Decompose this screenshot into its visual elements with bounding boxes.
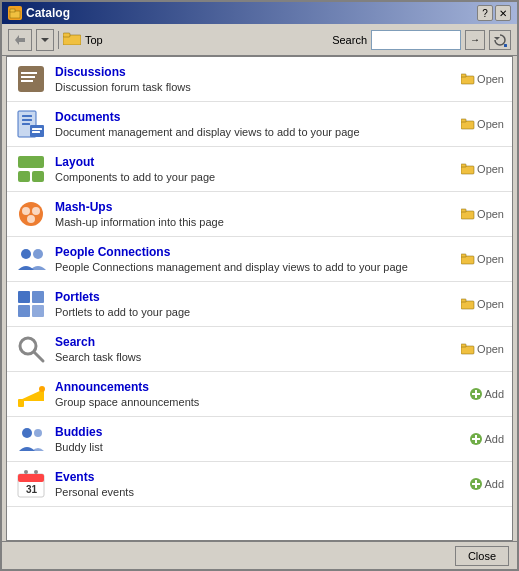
item-content-layout: Layout Components to add to your page [55,155,453,183]
toolbar-separator [58,31,59,49]
item-title-portlets[interactable]: Portlets [55,290,453,304]
item-action-announcements[interactable]: Add [470,388,504,400]
svg-rect-14 [461,74,466,77]
catalog-window: Catalog ? ✕ Top Search → [0,0,519,571]
svg-point-36 [33,249,43,259]
help-button[interactable]: ? [477,5,493,21]
item-action-documents[interactable]: Open [461,118,504,130]
item-title-layout[interactable]: Layout [55,155,453,169]
list-item: Buddies Buddy list Add [7,417,512,462]
item-action-portlets[interactable]: Open [461,298,504,310]
open-folder-icon [461,208,475,220]
item-title-people-connections[interactable]: People Connections [55,245,453,259]
svg-rect-18 [22,123,30,125]
open-folder-icon [461,298,475,310]
svg-rect-67 [472,483,480,485]
svg-rect-50 [18,399,24,407]
item-icon-portlets [15,288,47,320]
footer: Close [2,541,517,569]
list-item: Mash-Ups Mash-up information into this p… [7,192,512,237]
open-folder-icon [461,73,475,85]
item-icon-events: 31 [15,468,47,500]
window-icon [8,6,22,20]
list-item: Announcements Group space announcements … [7,372,512,417]
item-desc-documents: Document management and display views to… [55,126,453,138]
svg-rect-54 [472,393,480,395]
item-action-people-connections[interactable]: Open [461,253,504,265]
svg-marker-6 [494,37,500,40]
search-input[interactable] [371,30,461,50]
open-folder-icon [461,343,475,355]
item-content-documents: Documents Document management and displa… [55,110,453,138]
item-action-layout[interactable]: Open [461,163,504,175]
item-title-mashups[interactable]: Mash-Ups [55,200,453,214]
item-action-label-discussions: Open [477,73,504,85]
svg-rect-25 [18,171,30,182]
list-item: 31 Events Personal events Add [7,462,512,507]
svg-rect-24 [18,156,44,168]
item-content-portlets: Portlets Portlets to add to your page [55,290,453,318]
refresh-button[interactable] [489,30,511,50]
item-content-discussions: Discussions Discussion forum task flows [55,65,453,93]
item-action-buddies[interactable]: Add [470,433,504,445]
item-action-search[interactable]: Open [461,343,504,355]
item-icon-people-connections [15,243,47,275]
item-icon-layout [15,153,47,185]
svg-rect-23 [461,119,466,122]
close-button[interactable]: Close [455,546,509,566]
svg-text:31: 31 [26,484,38,495]
svg-rect-11 [21,80,33,82]
add-icon [470,388,482,400]
item-action-label-mashups: Open [477,208,504,220]
item-desc-announcements: Group space announcements [55,396,462,408]
item-desc-events: Personal events [55,486,462,498]
svg-rect-7 [504,44,507,47]
svg-rect-10 [21,76,35,78]
svg-rect-48 [461,344,466,347]
item-title-search[interactable]: Search [55,335,453,349]
chevron-down-icon [41,36,49,44]
item-title-announcements[interactable]: Announcements [55,380,462,394]
svg-rect-61 [18,474,44,482]
item-action-label-buddies: Add [484,433,504,445]
svg-rect-39 [18,291,30,303]
item-content-announcements: Announcements Group space announcements [55,380,462,408]
item-icon-search [15,333,47,365]
item-desc-mashups: Mash-up information into this page [55,216,453,228]
svg-rect-9 [21,72,37,74]
svg-point-35 [21,249,31,259]
list-item: People Connections People Connections ma… [7,237,512,282]
svg-rect-38 [461,254,466,257]
close-title-button[interactable]: ✕ [495,5,511,21]
item-action-label-documents: Open [477,118,504,130]
svg-point-51 [39,386,45,392]
svg-rect-34 [461,209,466,212]
svg-rect-21 [32,131,40,133]
add-icon [470,478,482,490]
item-action-label-portlets: Open [477,298,504,310]
item-icon-documents [15,108,47,140]
list-item: Search Search task flows Open [7,327,512,372]
svg-rect-28 [461,164,466,167]
search-go-button[interactable]: → [465,30,485,50]
search-label: Search [332,34,367,46]
item-action-events[interactable]: Add [470,478,504,490]
dropdown-button[interactable] [36,29,54,51]
back-icon [13,33,27,47]
svg-point-30 [22,207,30,215]
svg-marker-3 [41,38,49,42]
item-title-discussions[interactable]: Discussions [55,65,453,79]
svg-rect-17 [22,119,32,121]
item-action-label-people-connections: Open [477,253,504,265]
list-item: Discussions Discussion forum task flows … [7,57,512,102]
scroll-container[interactable]: Discussions Discussion forum task flows … [7,57,512,540]
item-action-mashups[interactable]: Open [461,208,504,220]
item-title-events[interactable]: Events [55,470,462,484]
svg-line-46 [34,352,43,361]
item-title-buddies[interactable]: Buddies [55,425,462,439]
item-content-search: Search Search task flows [55,335,453,363]
back-button[interactable] [8,29,32,51]
item-action-label-events: Add [484,478,504,490]
item-title-documents[interactable]: Documents [55,110,453,124]
item-action-discussions[interactable]: Open [461,73,504,85]
